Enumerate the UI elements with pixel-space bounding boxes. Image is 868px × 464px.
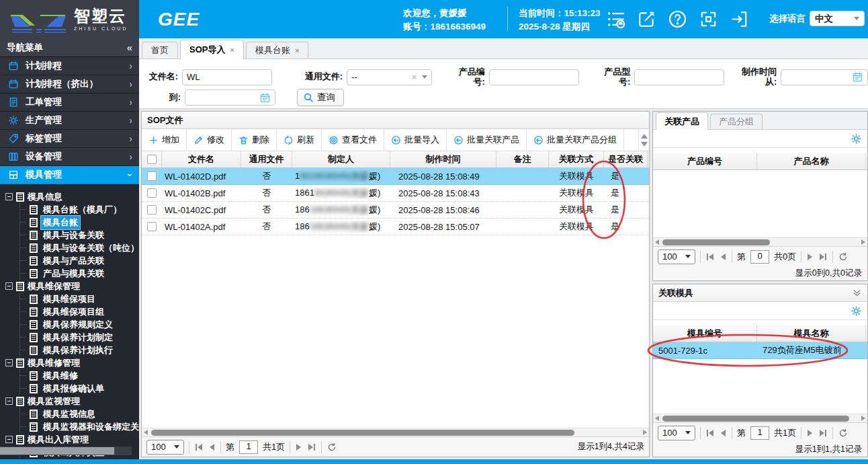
- row-checkbox[interactable]: [147, 222, 157, 231]
- toolbar-button-4[interactable]: 查看文件: [322, 129, 384, 151]
- refresh-icon[interactable]: [327, 442, 337, 453]
- tree-group-1[interactable]: 模具维保管理: [5, 280, 136, 293]
- calendar-icon[interactable]: [852, 71, 863, 83]
- time-from-input[interactable]: [781, 69, 868, 85]
- page-size-select[interactable]: 100: [146, 440, 184, 455]
- scroll-left-icon[interactable]: [655, 239, 659, 245]
- first-page-button[interactable]: [705, 430, 715, 436]
- sidebar-hscroll-thumb[interactable]: [0, 447, 114, 455]
- sidebar-item-2[interactable]: 工单管理›: [0, 93, 139, 112]
- tree-leaf-1-2[interactable]: 模具保养规则定义: [20, 318, 136, 331]
- gear-icon[interactable]: [851, 133, 862, 145]
- scroll-up-icon[interactable]: [641, 134, 648, 139]
- tree-leaf-3-1[interactable]: 模具监视器和设备绑定关系: [20, 420, 136, 433]
- table-row-1[interactable]: WL-01402B.pdf否18616636949(黄媛媛)2025-08-28…: [142, 185, 649, 202]
- related-molds-hscroll-thumb[interactable]: [662, 416, 849, 422]
- sidebar-item-1[interactable]: 计划排程（挤出）›: [0, 75, 139, 93]
- sidebar-collapse-icon[interactable]: «: [127, 42, 132, 53]
- tree-leaf-3-0[interactable]: 模具监视信息: [20, 408, 136, 420]
- page-size-select[interactable]: 100: [658, 426, 695, 440]
- toolbar-button-0[interactable]: 增加: [142, 129, 187, 151]
- toolbar-button-3[interactable]: 刷新: [277, 129, 322, 151]
- tree-group-2[interactable]: 模具维修管理: [5, 356, 136, 369]
- sidebar-item-3[interactable]: 生产管理›: [0, 112, 139, 130]
- gear-icon[interactable]: [851, 305, 862, 317]
- column-header-1[interactable]: 通用文件: [241, 151, 292, 167]
- mold-row-0[interactable]: 5001-729-1c729负荷座M5电镀前: [653, 342, 867, 359]
- tree-group-3[interactable]: 模具监视管理: [5, 395, 136, 408]
- column-header-0[interactable]: 文件名: [162, 151, 241, 167]
- related-products-hscrollbar[interactable]: [653, 237, 867, 246]
- last-page-button[interactable]: [818, 254, 828, 260]
- column-header-3[interactable]: 制作时间: [390, 151, 496, 167]
- tree-leaf-0-0[interactable]: 模具台账（模具厂）: [20, 203, 136, 216]
- related-products-tab-1[interactable]: 产品分组: [710, 114, 763, 129]
- sop-hscrollbar[interactable]: [142, 428, 649, 436]
- sidebar-hscrollbar[interactable]: [0, 447, 132, 455]
- logout-icon[interactable]: [730, 9, 749, 29]
- expand-minus-icon[interactable]: [5, 397, 13, 405]
- related-molds-hscrollbar[interactable]: [653, 414, 867, 422]
- toolbar-button-7[interactable]: 批量关联产品分组: [527, 129, 624, 151]
- tree-leaf-0-1[interactable]: 模具台账: [20, 216, 136, 229]
- related-products-hscroll-thumb[interactable]: [662, 239, 770, 245]
- row-checkbox[interactable]: [147, 205, 157, 215]
- last-page-button[interactable]: [818, 430, 828, 436]
- prev-page-button[interactable]: [720, 254, 727, 260]
- table-row-0[interactable]: WL-01402D.pdf否18616636949(黄媛媛)2025-08-28…: [142, 168, 649, 185]
- column-header-6[interactable]: 是否关联: [604, 151, 648, 167]
- table-row-2[interactable]: WL-01402C.pdf否18616636949(黄媛媛)2025-08-28…: [142, 202, 649, 219]
- clear-icon[interactable]: ×: [412, 72, 417, 82]
- file-name-input[interactable]: WL: [182, 69, 272, 85]
- edit-icon[interactable]: [637, 9, 656, 29]
- task-list-icon[interactable]: [606, 9, 625, 29]
- row-checkbox[interactable]: [147, 171, 157, 181]
- sidebar-item-4[interactable]: 标签管理›: [0, 130, 139, 148]
- page-number-input[interactable]: 0: [750, 250, 769, 264]
- table-row-3[interactable]: WL-01402A.pdf否18616636949(黄媛媛)2025-08-28…: [142, 219, 649, 235]
- column-header-1[interactable]: 产品名称: [757, 153, 866, 169]
- tree-leaf-0-3[interactable]: 模具与设备关联（吨位）: [20, 241, 136, 254]
- tab-0[interactable]: 首页: [142, 42, 178, 59]
- collapse-double-chevron-icon[interactable]: [852, 288, 862, 298]
- first-page-button[interactable]: [194, 444, 204, 451]
- column-header-0[interactable]: 模具编号: [653, 325, 757, 342]
- column-header-2[interactable]: 制定人: [292, 151, 390, 167]
- calendar-icon[interactable]: [259, 92, 271, 104]
- next-page-button[interactable]: [806, 430, 814, 436]
- tree-group-4[interactable]: 模具出入库管理: [5, 433, 136, 446]
- scroll-right-icon[interactable]: [861, 239, 865, 245]
- fullscreen-icon[interactable]: [699, 9, 718, 29]
- tree-leaf-0-4[interactable]: 模具与产品关联: [20, 254, 136, 267]
- product-no-input[interactable]: [489, 69, 579, 85]
- page-size-select[interactable]: 100: [658, 249, 695, 264]
- scroll-down-icon[interactable]: [641, 142, 648, 147]
- scroll-right-icon[interactable]: [643, 430, 647, 435]
- tree-leaf-1-3[interactable]: 模具保养计划制定: [20, 331, 136, 344]
- tab-1[interactable]: SOP导入×: [180, 40, 244, 59]
- related-products-tab-0[interactable]: 关联产品: [656, 112, 708, 130]
- expand-minus-icon[interactable]: [5, 282, 13, 290]
- page-number-input[interactable]: 1: [239, 440, 258, 454]
- refresh-icon[interactable]: [838, 428, 849, 438]
- column-header-1[interactable]: 模具名称: [757, 325, 866, 342]
- sop-hscroll-thumb[interactable]: [151, 430, 574, 436]
- toolbar-button-2[interactable]: 删除: [232, 129, 277, 151]
- column-header-0[interactable]: 产品编号: [653, 153, 757, 169]
- toolbar-button-1[interactable]: 修改: [187, 129, 232, 151]
- select-all-checkbox[interactable]: [147, 155, 157, 164]
- tab-close-icon[interactable]: ×: [230, 46, 234, 54]
- tree-leaf-2-1[interactable]: 模具报修确认单: [20, 382, 136, 395]
- tree-leaf-1-0[interactable]: 模具维保项目: [20, 293, 136, 305]
- refresh-icon[interactable]: [838, 252, 849, 262]
- expand-minus-icon[interactable]: [5, 359, 13, 366]
- expand-minus-icon[interactable]: [5, 193, 13, 200]
- page-number-input[interactable]: 1: [750, 426, 769, 440]
- product-model-input[interactable]: [634, 69, 724, 85]
- search-button[interactable]: 查询: [297, 89, 344, 106]
- column-header-5[interactable]: 关联方式: [549, 151, 604, 167]
- scroll-left-icon[interactable]: [655, 416, 659, 421]
- scroll-left-icon[interactable]: [144, 430, 148, 435]
- last-page-button[interactable]: [307, 444, 316, 451]
- tab-2[interactable]: 模具台账×: [246, 42, 308, 59]
